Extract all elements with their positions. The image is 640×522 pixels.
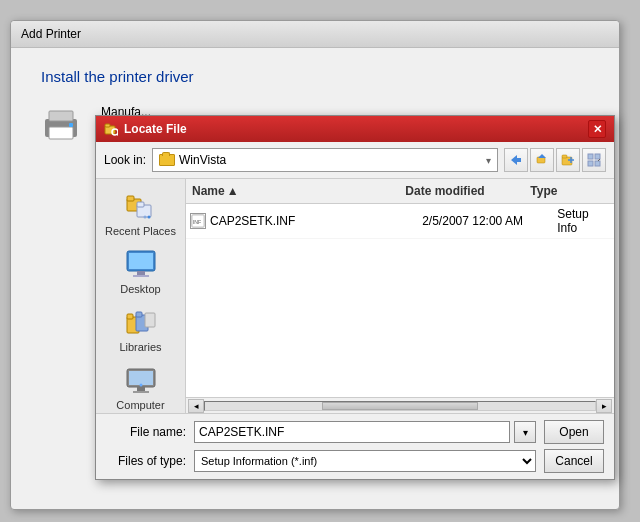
svg-rect-28 xyxy=(127,314,133,319)
svg-rect-31 xyxy=(145,313,155,327)
close-button[interactable]: ✕ xyxy=(588,120,606,138)
files-of-type-label: Files of type: xyxy=(106,454,186,468)
svg-rect-14 xyxy=(595,154,600,159)
view-icon xyxy=(587,153,601,167)
back-icon xyxy=(509,153,523,167)
up-button[interactable] xyxy=(530,148,554,172)
new-folder-icon xyxy=(561,153,575,167)
files-of-type-row: Files of type: Setup Information (*.inf)… xyxy=(106,449,604,473)
svg-rect-25 xyxy=(137,271,145,275)
locate-toolbar: Look in: WinVista ▾ xyxy=(96,142,614,179)
file-name: CAP2SETK.INF xyxy=(210,214,422,228)
file-name-input-wrap: ▾ xyxy=(194,421,536,443)
svg-rect-20 xyxy=(137,202,144,207)
svg-rect-34 xyxy=(137,387,145,391)
up-icon xyxy=(535,153,549,167)
file-list-header: Name ▲ Date modified Type xyxy=(186,179,614,204)
open-button[interactable]: Open xyxy=(544,420,604,444)
computer-icon xyxy=(125,365,157,397)
locate-titlebar-left: Locate File xyxy=(104,122,187,136)
svg-rect-15 xyxy=(588,161,593,166)
back-button[interactable] xyxy=(504,148,528,172)
files-of-type-select[interactable]: Setup Information (*.inf) xyxy=(194,450,536,472)
svg-rect-13 xyxy=(588,154,593,159)
svg-point-36 xyxy=(139,384,142,387)
locate-file-icon xyxy=(104,122,118,136)
locate-titlebar: Locate File ✕ xyxy=(96,116,614,142)
lookin-dropdown[interactable]: WinVista ▾ xyxy=(152,148,498,172)
file-name-input[interactable] xyxy=(194,421,510,443)
locate-dialog-title: Locate File xyxy=(124,122,187,136)
sidebar-item-label: Libraries xyxy=(119,341,161,353)
file-panel: Name ▲ Date modified Type INF CAP2 xyxy=(186,179,614,413)
svg-point-22 xyxy=(143,216,146,219)
svg-rect-26 xyxy=(133,275,149,277)
desktop-icon xyxy=(125,249,157,281)
scroll-right-button[interactable]: ▸ xyxy=(596,399,612,413)
col-header-type[interactable]: Type xyxy=(524,182,614,200)
libraries-icon xyxy=(125,307,157,339)
svg-rect-35 xyxy=(133,391,149,393)
new-folder-button[interactable] xyxy=(556,148,580,172)
svg-rect-5 xyxy=(105,124,110,127)
svg-text:INF: INF xyxy=(193,219,201,225)
sidebar-item-label: Computer xyxy=(116,399,164,411)
file-icon: INF xyxy=(190,213,206,229)
sidebar-item-label: Recent Places xyxy=(105,225,176,237)
svg-rect-2 xyxy=(49,127,73,139)
svg-rect-30 xyxy=(136,312,142,317)
locate-body: Recent Places Desktop xyxy=(96,179,614,413)
recent-places-icon xyxy=(125,191,157,223)
file-name-row: File name: ▾ Open xyxy=(106,420,604,444)
view-button[interactable] xyxy=(582,148,606,172)
page-title: Install the printer driver xyxy=(41,68,589,85)
file-date: 2/5/2007 12:00 AM xyxy=(422,214,557,228)
sort-arrow-icon: ▲ xyxy=(227,184,239,198)
left-nav: Recent Places Desktop xyxy=(96,179,186,413)
svg-rect-33 xyxy=(129,371,153,385)
lookin-value: WinVista xyxy=(179,153,482,167)
sidebar-item-desktop[interactable]: Desktop xyxy=(101,245,181,299)
add-printer-titlebar: Add Printer xyxy=(11,21,619,48)
svg-point-21 xyxy=(147,216,150,219)
svg-line-7 xyxy=(117,134,118,136)
svg-rect-18 xyxy=(127,196,134,201)
svg-rect-10 xyxy=(562,155,567,158)
col-header-date[interactable]: Date modified xyxy=(399,182,524,200)
svg-rect-1 xyxy=(49,111,73,121)
file-name-dropdown-button[interactable]: ▾ xyxy=(514,421,536,443)
files-of-type-wrap: Setup Information (*.inf) xyxy=(194,450,536,472)
scrollbar-track[interactable] xyxy=(204,401,596,411)
add-printer-title: Add Printer xyxy=(21,27,81,41)
scrollbar-thumb[interactable] xyxy=(322,402,478,410)
toolbar-buttons xyxy=(504,148,606,172)
chevron-down-icon: ▾ xyxy=(486,155,491,166)
printer-icon xyxy=(41,105,81,145)
lookin-label: Look in: xyxy=(104,153,146,167)
folder-icon xyxy=(159,154,175,166)
file-type: Setup Info xyxy=(557,207,610,235)
file-list[interactable]: INF CAP2SETK.INF 2/5/2007 12:00 AM Setup… xyxy=(186,204,614,397)
svg-rect-3 xyxy=(69,123,73,127)
locate-file-dialog: Locate File ✕ Look in: WinVista ▾ xyxy=(95,115,615,480)
svg-rect-16 xyxy=(595,161,600,166)
sidebar-item-computer[interactable]: Computer xyxy=(101,361,181,413)
col-header-name[interactable]: Name ▲ xyxy=(186,182,399,200)
table-row[interactable]: INF CAP2SETK.INF 2/5/2007 12:00 AM Setup… xyxy=(186,204,614,239)
scroll-left-button[interactable]: ◂ xyxy=(188,399,204,413)
sidebar-item-label: Desktop xyxy=(120,283,160,295)
horizontal-scrollbar[interactable]: ◂ ▸ xyxy=(186,397,614,413)
file-name-label: File name: xyxy=(106,425,186,439)
sidebar-item-recent-places[interactable]: Recent Places xyxy=(101,187,181,241)
sidebar-item-libraries[interactable]: Libraries xyxy=(101,303,181,357)
locate-footer: File name: ▾ Open Files of type: Setup I… xyxy=(96,413,614,479)
cancel-button[interactable]: Cancel xyxy=(544,449,604,473)
svg-rect-24 xyxy=(129,253,153,269)
